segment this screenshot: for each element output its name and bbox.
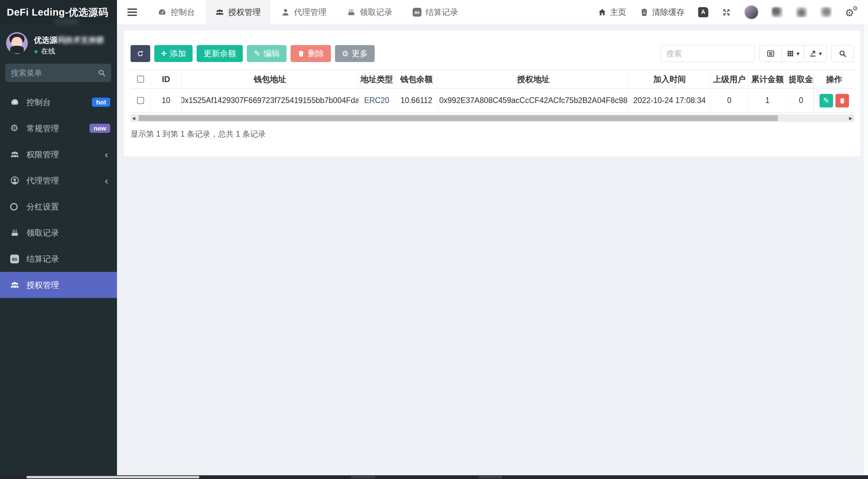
row-join-time: 2022-10-24 17:08:34: [629, 89, 710, 112]
chevron-left-icon: ‹: [105, 176, 108, 186]
table-search-input[interactable]: [660, 45, 755, 62]
sidebar-item-claims[interactable]: 领取记录: [0, 220, 117, 246]
tab-settlements[interactable]: as 结算记录: [402, 0, 468, 24]
sidebar: DeFi Leding-优选源码 优选源码 优选源码技术支持群 ● 在线 搜索菜…: [0, 0, 117, 475]
add-button[interactable]: + 添加: [154, 45, 193, 62]
sidebar-item-settlements[interactable]: as 结算记录: [0, 246, 117, 272]
select-all-checkbox[interactable]: [137, 76, 144, 83]
home-link[interactable]: 主页: [598, 7, 626, 18]
col-join-time: 加入时间: [629, 70, 710, 88]
refresh-button[interactable]: [131, 45, 150, 62]
sidebar-item-general[interactable]: ⚙ 常规管理 new: [0, 115, 117, 141]
col-parent-user: 上级用户: [710, 70, 749, 88]
avatar[interactable]: [6, 32, 28, 54]
record-summary: 显示第 1 到第 1 条记录，总共 1 条记录: [131, 129, 266, 139]
trash-icon: [640, 8, 649, 17]
hot-badge: hot: [92, 98, 110, 107]
col-total-amount: 累计金额: [749, 70, 787, 88]
toolbar-right: ▾ ▾: [660, 45, 854, 62]
online-dot-icon: ●: [34, 47, 38, 55]
export-icon: [809, 49, 817, 58]
settings-button[interactable]: ⚙ ⚙: [845, 6, 859, 18]
scroll-left-arrow-icon[interactable]: ◀: [131, 114, 137, 122]
menu-search-input[interactable]: 搜索菜单: [5, 64, 111, 82]
pencil-icon: ✎: [254, 50, 260, 58]
row-operations: ✎: [814, 89, 854, 113]
search-icon: [839, 49, 847, 58]
circle-icon: [10, 203, 24, 211]
username-blurred: 码技术支持群: [57, 36, 104, 44]
row-select-cell: [131, 89, 151, 112]
row-delete-button[interactable]: [835, 94, 849, 107]
sidebar-item-dashboard[interactable]: 控制台 hot: [0, 89, 117, 115]
col-operations: 操作: [814, 69, 854, 89]
blurred-icon-3[interactable]: [821, 7, 831, 17]
menu-search-placeholder: 搜索菜单: [11, 68, 98, 78]
search-toggle-button[interactable]: [831, 45, 854, 62]
chevron-left-icon: ‹: [105, 149, 108, 160]
table-header-row: ID 钱包地址 地址类型 钱包余额 授权地址 加入时间 上级用户 累计金额 提取…: [131, 69, 854, 89]
topbar: 控制台 授权管理 代理管理 领取记录 as 结算记录 主页: [117, 0, 868, 25]
export-button[interactable]: ▾: [804, 45, 827, 62]
sidebar-toggle-button[interactable]: [117, 0, 147, 24]
clear-cache-button[interactable]: 清除缓存: [640, 7, 685, 18]
table-toolbar: + 添加 更新余额 ✎ 编辑 删除 ⚙ 更多: [131, 45, 854, 62]
row-address-type: ERC20: [359, 89, 395, 112]
fullscreen-button[interactable]: [722, 8, 731, 17]
sidebar-item-permissions[interactable]: 权限管理 ‹: [0, 141, 117, 167]
blurred-icon-2[interactable]: [796, 7, 807, 17]
user-circle-icon: [10, 176, 24, 185]
bottom-scrollbar[interactable]: [0, 475, 868, 479]
sidebar-item-agents[interactable]: 代理管理 ‹: [0, 167, 117, 194]
tab-dashboard[interactable]: 控制台: [147, 0, 205, 24]
row-checkbox[interactable]: [137, 97, 144, 104]
edit-button[interactable]: ✎ 编辑: [247, 45, 286, 62]
update-balance-button[interactable]: 更新余额: [197, 45, 243, 62]
gears-icon: ⚙: [10, 124, 24, 133]
logo-watermark: 优选源码: [54, 18, 105, 25]
users-icon: [215, 8, 224, 17]
row-wallet-address: 0x1525Af1429307F669723f725419155bb7b004F…: [181, 89, 359, 112]
user-status: ● 在线: [34, 46, 55, 56]
cake-icon: [347, 8, 356, 17]
tab-authorizations[interactable]: 授权管理: [205, 0, 271, 24]
row-id: 10: [151, 89, 181, 112]
delete-button[interactable]: 删除: [291, 45, 331, 62]
row-wallet-balance: 10.66112: [395, 89, 438, 112]
row-withdraw-amount: 0: [787, 89, 813, 112]
users-icon: [10, 280, 24, 290]
caret-down-icon: ▾: [796, 50, 800, 57]
caret-down-icon: ▾: [819, 50, 822, 57]
sidebar-item-dividends[interactable]: 分红设置: [0, 194, 117, 220]
new-badge: new: [90, 124, 110, 133]
columns-button[interactable]: ▾: [782, 45, 804, 62]
row-total-amount: 1: [749, 89, 787, 112]
topbar-avatar[interactable]: [745, 5, 758, 19]
tab-claims[interactable]: 领取记录: [337, 0, 402, 24]
tab-agents[interactable]: 代理管理: [271, 0, 337, 24]
square-as-icon: as: [413, 8, 421, 17]
bottom-scrollbar-thumb[interactable]: [26, 476, 199, 478]
scrollbar-thumb[interactable]: [139, 115, 778, 121]
detail-view-button[interactable]: [760, 45, 782, 62]
grid-icon: [786, 49, 794, 58]
more-button[interactable]: ⚙ 更多: [335, 45, 375, 62]
blurred-icon-1[interactable]: [772, 7, 783, 17]
table-horizontal-scrollbar[interactable]: ◀ ▶: [131, 114, 854, 122]
sidebar-item-authorizations[interactable]: 授权管理: [0, 272, 117, 298]
username-visible: 优选源: [34, 36, 57, 44]
col-wallet-balance: 钱包余额: [395, 70, 438, 88]
select-all-cell: [131, 70, 151, 88]
language-button[interactable]: A: [698, 7, 708, 17]
row-edit-button[interactable]: ✎: [820, 94, 833, 107]
col-withdraw-amount: 提取金额: [787, 70, 813, 88]
col-auth-address: 授权地址: [438, 70, 629, 88]
col-id: ID: [151, 70, 181, 88]
scroll-right-arrow-icon[interactable]: ▶: [848, 114, 854, 122]
vertical-scrollbar-track[interactable]: [863, 25, 868, 475]
plus-icon: +: [161, 49, 166, 58]
trash-icon: [839, 97, 846, 104]
search-icon: [98, 69, 106, 77]
table-row[interactable]: 10 0x1525Af1429307F669723f725419155bb7b0…: [131, 89, 854, 113]
view-button-group: ▾ ▾: [760, 45, 827, 62]
